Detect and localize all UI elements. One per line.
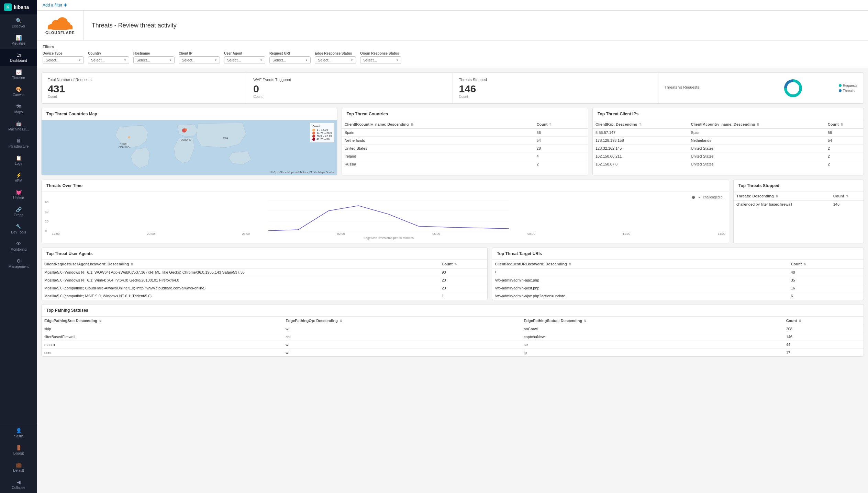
filter-hostname-select[interactable]: Select... (133, 56, 175, 64)
sidebar-bottom-label: Default (13, 469, 24, 472)
p-sort-2: ⇅ (340, 319, 342, 323)
map-attribution: © OpenStreetMap contributors, Elastic Ma… (270, 171, 335, 174)
sidebar-item-elastic[interactable]: 👤 elastic (0, 424, 37, 442)
sidebar-item-collapse[interactable]: ◀ Collapse (0, 476, 37, 493)
sidebar-item-timelion[interactable]: 📈 Timelion (0, 66, 37, 83)
range-4-circle (312, 138, 315, 141)
monitoring-icon: 👁 (16, 241, 21, 246)
target-uris-header: Top Threat Target URIs (492, 248, 864, 260)
requests-label: Requests (843, 84, 857, 88)
range-1-circle (312, 129, 315, 131)
maps-icon: 🗺 (16, 104, 21, 109)
logout-icon: 🚪 (16, 445, 22, 450)
filters-section: Filters Device Type Select... Country Se… (37, 41, 868, 68)
table-row: skipwlaoCrawl208 (42, 325, 864, 333)
ts-sort-1: ⇅ (776, 195, 778, 198)
filter-client-ip-select[interactable]: Select... (179, 56, 220, 64)
filter-device-type-select[interactable]: Select... (43, 56, 84, 64)
countries-panel: Top Threat Countries ClientIP.country_na… (342, 108, 588, 175)
filter-edge-response: Edge Response Status Select... (315, 51, 356, 64)
collapse-icon: ◀ (17, 479, 21, 485)
stat-waf-events-value: 0 (253, 84, 446, 94)
tu-col1: ClientRequestURI.keyword: Descending ⇅ (492, 260, 788, 268)
filter-country-select[interactable]: Select... (88, 56, 129, 64)
sidebar-item-default[interactable]: 💼 Default (0, 459, 37, 476)
table-row: Mozilla/5.0 (compatible; CloudFlare-Alwa… (42, 284, 487, 292)
sidebar-item-canvas[interactable]: 🎨 Canvas (0, 83, 37, 100)
dashboard-title: Threats - Review threat activity (92, 22, 177, 29)
svg-point-7 (185, 128, 187, 131)
range-2-circle (312, 132, 315, 135)
stat-threats-stopped: Threats Stopped 146 Count (453, 73, 658, 103)
threats-stopped-header: Top Threats Stopped (734, 180, 864, 192)
countries-col1-header: ClientIP.country_name: Descending ⇅ (342, 120, 534, 129)
dashboard-icon: 🗂 (16, 52, 21, 58)
sidebar-item-logout[interactable]: 🚪 Logout (0, 442, 37, 459)
logs-icon: 📋 (16, 155, 22, 161)
sidebar-item-monitoring[interactable]: 👁 Monitoring (0, 238, 37, 255)
pathing-table: EdgePathingSrc: Descending ⇅ EdgePathing… (42, 317, 864, 356)
svg-text:AMERICA: AMERICA (119, 146, 130, 148)
sidebar-item-ml[interactable]: 🤖 Machine Le... (0, 117, 37, 135)
sidebar-item-graph[interactable]: 🔗 Graph (0, 203, 37, 220)
client-ips-panel-header: Top Threat Client IPs (593, 108, 864, 120)
line-chart-svg (52, 200, 725, 231)
world-map-svg: NORTH AMERICA EUROPE ASIA (42, 120, 337, 175)
filter-edge-response-wrapper: Select... (315, 56, 356, 64)
filter-request-uri-select[interactable]: Select... (269, 56, 311, 64)
sidebar-item-discover[interactable]: 🔍 Discover (0, 14, 37, 32)
table-row: Mozilla/5.0 (Windows NT 6.1; WOW64) Appl… (42, 268, 487, 276)
ua-col2: Count ⇅ (439, 260, 487, 268)
sidebar-item-label: Visualize (12, 42, 25, 45)
sidebar-item-uptime[interactable]: 💓 Uptime (0, 186, 37, 203)
sort-icon: ⇅ (411, 123, 413, 126)
sidebar-item-maps[interactable]: 🗺 Maps (0, 100, 37, 117)
sidebar-item-label: Canvas (13, 93, 24, 97)
stat-total-requests-unit: Count (48, 95, 241, 99)
sidebar-item-logs[interactable]: 📋 Logs (0, 152, 37, 169)
tu-sort-1: ⇅ (569, 263, 571, 266)
sidebar-item-visualize[interactable]: 📊 Visualize (0, 32, 37, 49)
filter-user-agent-select[interactable]: Select... (224, 56, 265, 64)
dashboard-header: CLOUDFLARE Threats - Review threat activ… (37, 11, 868, 41)
sidebar-item-label: Logs (15, 162, 22, 165)
filter-user-agent: User Agent Select... (224, 51, 265, 64)
add-filter-label: Add a filter (43, 3, 62, 8)
main-content: Add a filter ✚ CLOUDFLARE (37, 0, 868, 493)
dashboard-title-area: Threats - Review threat activity (84, 16, 185, 35)
sidebar-item-management[interactable]: ⚙ Management (0, 255, 37, 272)
p-col4: Count ⇅ (783, 317, 864, 325)
sidebar-item-apm[interactable]: ⚡ APM (0, 169, 37, 186)
sidebar-item-dashboard[interactable]: 🗂 Dashboard (0, 49, 37, 66)
canvas-icon: 🎨 (16, 87, 22, 92)
target-uris-table: ClientRequestURI.keyword: Descending ⇅ C… (492, 260, 864, 300)
ua-col1: ClientRequestUserAgent.keyword: Descendi… (42, 260, 439, 268)
threats-dot (839, 89, 842, 92)
add-filter-button[interactable]: Add a filter ✚ (43, 3, 67, 8)
kibana-icon: K (4, 3, 12, 11)
map-area: NORTH AMERICA EUROPE ASIA Count 1 – 14.7… (42, 120, 337, 175)
ips-col2-header: ClientIP.country_name: Descending ⇅ (688, 120, 825, 129)
ips-sort-3: ⇅ (841, 123, 843, 126)
range-4-label: 42.25 – 56 (316, 138, 330, 141)
countries-table: ClientIP.country_name: Descending ⇅ Coun… (342, 120, 588, 168)
sidebar-item-label: Graph (14, 213, 23, 217)
stat-total-requests: Total Number of Requests 431 Count (42, 73, 247, 103)
plus-icon: ✚ (64, 3, 67, 8)
filter-edge-response-select[interactable]: Select... (315, 56, 356, 64)
sidebar-item-infrastructure[interactable]: 🖥 Infrastructure (0, 135, 37, 152)
dashboard-content: CLOUDFLARE Threats - Review threat activ… (37, 11, 868, 493)
tu-sort-2: ⇅ (803, 263, 806, 266)
sidebar-item-devtools[interactable]: 🔧 Dev Tools (0, 220, 37, 238)
filter-origin-response-select[interactable]: Select... (360, 56, 401, 64)
threats-stopped-body: Threats: Descending ⇅ Count ⇅ (734, 192, 864, 208)
filter-country-label: Country (88, 51, 129, 55)
management-icon: ⚙ (16, 258, 21, 264)
sidebar-item-label: Dashboard (10, 59, 27, 62)
legend-count-title: Count (312, 125, 332, 128)
ips-col1-header: ClientIP.ip: Descending ⇅ (593, 120, 688, 129)
ts-sort-2: ⇅ (846, 195, 849, 198)
sidebar-item-label: Uptime (13, 196, 24, 200)
pathing-panel: Top Pathing Statuses EdgePathingSrc: Des… (41, 304, 864, 357)
sort-icon-2: ⇅ (549, 123, 552, 126)
